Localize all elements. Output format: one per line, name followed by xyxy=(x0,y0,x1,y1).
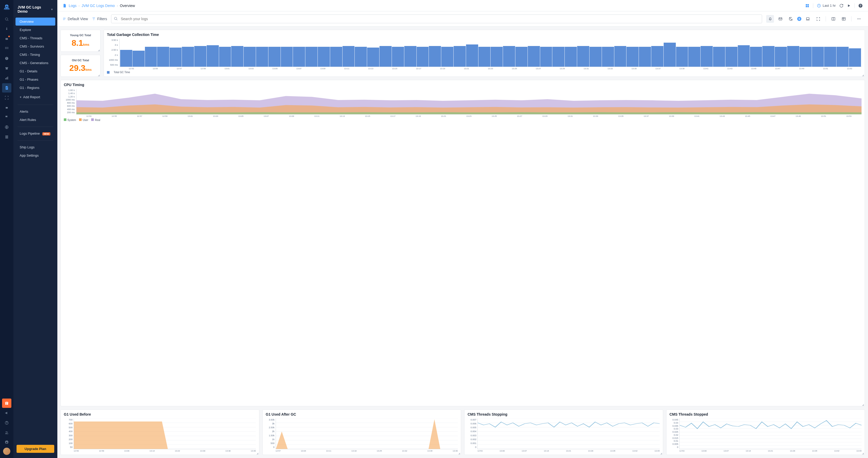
chart-g1_after[interactable]: G1 Used After GC 3.50k3k2.50k2k1.50k1k50… xyxy=(262,409,461,455)
sidebar-alert-rules[interactable]: Alert Rules xyxy=(16,116,55,124)
resize-handle-icon[interactable]: ◢ xyxy=(862,403,864,405)
mail-icon[interactable] xyxy=(777,15,784,23)
topbar: Logs › JVM GC Logs Demo › Overview Last … xyxy=(57,0,868,11)
fullscreen-icon[interactable] xyxy=(814,15,822,23)
svg-rect-38 xyxy=(808,6,809,7)
filters-button[interactable]: Filters xyxy=(92,17,107,21)
server-icon[interactable] xyxy=(2,132,11,142)
bell-icon[interactable] xyxy=(766,15,774,23)
panel-left-icon[interactable] xyxy=(830,15,837,23)
sidebar-item[interactable]: G1 - Phases xyxy=(16,75,55,84)
resize-handle-icon[interactable]: ◢ xyxy=(862,452,864,454)
svg-point-47 xyxy=(858,19,858,20)
app-title: JVM GC Logs Demo xyxy=(18,5,51,13)
globe-icon[interactable] xyxy=(2,123,11,132)
sidebar-item[interactable]: Overview xyxy=(16,18,55,26)
svg-rect-27 xyxy=(5,137,8,138)
search-icon[interactable] xyxy=(2,14,11,24)
avatar[interactable] xyxy=(3,448,10,455)
svg-rect-22 xyxy=(6,88,7,88)
more-icon[interactable] xyxy=(855,15,863,23)
resize-handle-icon[interactable]: ◢ xyxy=(98,74,100,76)
sidebar-item[interactable]: CMS - Generations xyxy=(16,59,55,67)
metric-young-gc[interactable]: Young GC Total 8.1kms ◢ xyxy=(60,30,100,52)
svg-rect-24 xyxy=(6,107,8,109)
svg-rect-44 xyxy=(807,18,809,20)
table-icon[interactable] xyxy=(840,15,847,23)
search-input[interactable] xyxy=(111,14,762,23)
help-icon[interactable]: ? xyxy=(858,3,863,8)
chevron-down-icon: ▼ xyxy=(51,8,53,11)
robot-icon[interactable] xyxy=(2,103,11,112)
filter-icon xyxy=(92,17,96,21)
metric-old-gc[interactable]: Old GC Total 29.3kms ◢ xyxy=(60,55,100,77)
default-view-button[interactable]: Default View xyxy=(63,17,88,21)
resize-handle-icon[interactable]: ◢ xyxy=(256,452,258,454)
upgrade-button[interactable]: Upgrade Plan xyxy=(17,445,54,453)
svg-rect-26 xyxy=(5,136,8,137)
svg-point-2 xyxy=(7,6,7,6)
bot-icon[interactable] xyxy=(2,34,11,43)
resize-handle-icon[interactable]: ◢ xyxy=(98,49,100,51)
sidebar-item[interactable]: G1 - Regions xyxy=(16,84,55,92)
add-report-button[interactable]: + Add Report xyxy=(16,93,55,101)
alert-icon[interactable] xyxy=(2,54,11,63)
timerange-selector[interactable]: Last 1 hr xyxy=(817,4,836,8)
svg-rect-17 xyxy=(6,68,8,69)
resize-handle-icon[interactable]: ◢ xyxy=(660,452,662,454)
sidebar-pipelines[interactable]: Logs Pipeline NEW xyxy=(16,129,55,138)
gift-icon[interactable] xyxy=(2,399,11,408)
megaphone-icon[interactable] xyxy=(2,408,11,418)
archive-icon[interactable] xyxy=(2,64,11,73)
breadcrumb-root[interactable]: Logs xyxy=(69,4,76,8)
content: Young GC Total 8.1kms ◢ Old GC Total 29.… xyxy=(57,27,868,458)
svg-point-15 xyxy=(6,59,7,59)
chart-icon[interactable] xyxy=(2,73,11,83)
rocket-icon[interactable] xyxy=(2,24,11,34)
sidebar-item[interactable]: CMS - Survivors xyxy=(16,42,55,51)
exclude-icon[interactable] xyxy=(787,15,795,23)
play-icon[interactable] xyxy=(847,4,851,7)
team-icon[interactable] xyxy=(2,428,11,437)
nav-rail xyxy=(0,0,13,458)
refresh-icon[interactable] xyxy=(839,4,843,8)
help-icon[interactable] xyxy=(2,418,11,428)
clock-icon xyxy=(817,4,821,8)
svg-rect-35 xyxy=(806,4,807,5)
flag-icon[interactable] xyxy=(2,113,11,122)
breadcrumb-current: Overview xyxy=(120,4,135,8)
app-selector[interactable]: JVM GC Logs Demo ▼ xyxy=(13,3,57,18)
grid-icon[interactable] xyxy=(2,44,11,53)
chart-cpu-timing[interactable]: CPU Timing 1.60 s1.40 s1.20 s1000 ms800 … xyxy=(60,80,865,406)
notif-badge: 0 xyxy=(797,17,801,21)
resize-handle-icon[interactable]: ◢ xyxy=(862,74,864,76)
toolbar: Default View Filters 0 xyxy=(57,11,868,27)
svg-point-42 xyxy=(115,17,117,20)
laptop-icon[interactable] xyxy=(804,15,812,23)
sidebar-app-settings[interactable]: App Settings xyxy=(16,151,55,159)
logo-icon[interactable] xyxy=(3,3,11,11)
scan-icon[interactable] xyxy=(2,93,11,102)
chart-cms_stopping[interactable]: CMS Threads Stopping 0.0070.0060.0050.00… xyxy=(464,409,663,455)
sidebar-item[interactable]: CMS - Threads xyxy=(16,34,55,42)
sidebar-item[interactable]: CMS - Timing xyxy=(16,51,55,59)
plus-icon: + xyxy=(20,95,22,99)
split-view-icon[interactable] xyxy=(805,4,809,8)
svg-rect-20 xyxy=(7,77,8,80)
svg-point-34 xyxy=(7,432,8,432)
sidebar-alerts[interactable]: Alerts xyxy=(16,108,55,116)
sidebar-item[interactable]: G1 - Details xyxy=(16,67,55,75)
svg-rect-4 xyxy=(5,38,8,40)
resize-handle-icon[interactable]: ◢ xyxy=(458,452,460,454)
chart-cms_stopped[interactable]: CMS Threads Stopped 0.0450.040.0350.030.… xyxy=(666,409,865,455)
chart-gc-time[interactable]: Total Garbage Collection Time 3.50 s3 s2… xyxy=(103,30,865,77)
svg-rect-9 xyxy=(7,47,8,48)
sidebar-item[interactable]: Explore xyxy=(16,26,55,34)
sidebar: JVM GC Logs Demo ▼ OverviewExploreCMS - … xyxy=(13,0,57,458)
breadcrumb-mid[interactable]: JVM GC Logs Demo xyxy=(82,4,115,8)
svg-rect-19 xyxy=(6,77,7,79)
chart-g1_before[interactable]: G1 Used Before 70060050040030020010050 1… xyxy=(60,409,259,455)
logs-icon[interactable] xyxy=(2,83,11,93)
sidebar-ship-logs[interactable]: Ship Logs xyxy=(16,143,55,151)
gear-icon[interactable] xyxy=(2,438,11,447)
